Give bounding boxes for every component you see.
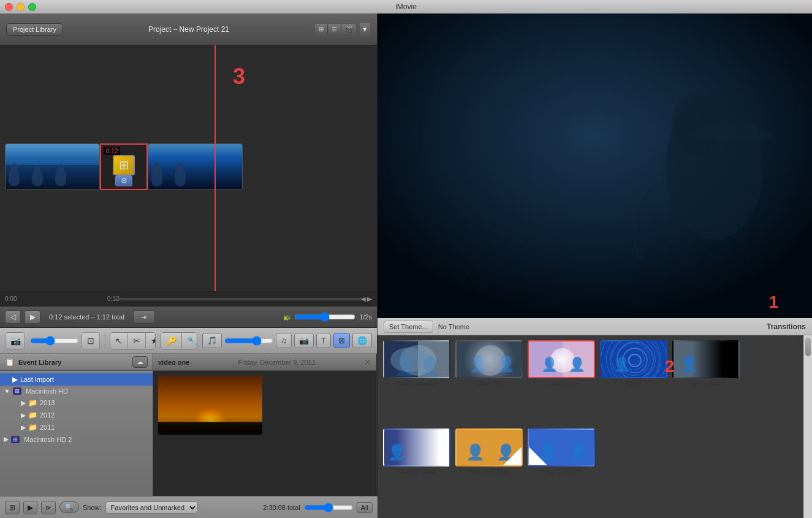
project-title: Project – New Project 21 xyxy=(148,25,229,34)
maps-button[interactable]: 🌐 xyxy=(352,333,372,348)
transition-thumb-cross-zoom: 👤 👤 xyxy=(528,340,595,378)
favorite-tool[interactable]: ★ xyxy=(146,333,155,349)
play-button[interactable]: ▶ xyxy=(25,310,40,324)
svg-point-25 xyxy=(617,342,653,378)
cross-dissolve-svg: 👤 👤 xyxy=(384,341,450,378)
color-tool[interactable]: 🔧 xyxy=(182,333,198,349)
all-button[interactable]: All xyxy=(357,502,373,513)
view-toggle-group[interactable]: ⊞ ☰ 🎬 xyxy=(314,23,357,35)
speed-range[interactable] xyxy=(304,503,353,512)
tree-item-2012[interactable]: ▶ 📁 2012 xyxy=(0,409,153,421)
speed-slider[interactable] xyxy=(294,312,355,322)
film-view-button[interactable]: 🎬 xyxy=(341,24,356,34)
left-panel: Project Library Project – New Project 21… xyxy=(0,13,378,518)
transition-label-fade-black: Fade to Black xyxy=(687,380,724,387)
thumbnail-size-slider[interactable] xyxy=(30,336,79,346)
event-video-header: video one Friday, December 9, 2011 ✕ xyxy=(153,354,376,371)
skip-button[interactable]: ⊳ xyxy=(41,501,56,514)
thumbnail-view-button[interactable]: ⊡ xyxy=(82,332,100,349)
rewind-button[interactable]: ◁ xyxy=(5,310,21,324)
transition-item-ripple[interactable]: 👤 Ripple xyxy=(599,340,668,425)
timecode-bar: 0:00 0:12 ◀ ▶ xyxy=(0,291,377,306)
event-video-thumbnail[interactable] xyxy=(158,376,262,435)
keyword-tool[interactable]: 🔑 xyxy=(161,333,182,349)
header-dropdown-button[interactable]: ▾ xyxy=(359,22,371,36)
maximize-button[interactable] xyxy=(28,3,36,11)
transitions-grid: 👤 👤 Cross Dissolve 👤 👤 xyxy=(378,335,803,518)
svg-text:👤: 👤 xyxy=(469,354,488,373)
show-select[interactable]: Favorites and Unmarked xyxy=(105,501,198,514)
arrow-left[interactable]: ◀ xyxy=(361,295,366,302)
transitions-button[interactable]: ⊠ xyxy=(333,333,350,348)
transition-thumb-page-curl-right: 👤 👤 xyxy=(455,428,523,467)
transition-item-fade-black[interactable]: 👤 Fade to Black xyxy=(672,340,740,425)
tree-label-macintosh-hd: Macintosh HD xyxy=(26,387,68,395)
clip-1[interactable] xyxy=(5,143,100,190)
svg-text:👤: 👤 xyxy=(569,356,586,373)
audio-slider[interactable] xyxy=(224,336,273,346)
arrow-right[interactable]: ▶ xyxy=(367,295,372,302)
transition-thumb-cross-dissolve: 👤 👤 xyxy=(383,340,450,378)
toolbar: 📷 ↩ ⊡ ↖ ✂ ★ ☆ ✕ 🔑 🔧 ⊞ ℹ 🎵 ♫ xyxy=(0,328,377,354)
transition-item-page-curl-left[interactable]: 👤 👤 Page Curl Left xyxy=(527,428,596,513)
add-clip-button[interactable]: ⊞ xyxy=(5,501,20,514)
audio-waveform-button[interactable]: 🎵 xyxy=(202,333,222,348)
set-theme-button[interactable]: Set Theme... xyxy=(384,321,433,333)
cross-zoom-svg: 👤 👤 xyxy=(529,341,595,378)
play-fullscreen-button[interactable]: ▶ xyxy=(23,501,37,514)
transition-item-page-curl-right[interactable]: 👤 👤 Page Curl Right xyxy=(455,428,523,513)
right-toolbar: 🎵 ♫ 📷 T ⊠ 🌐 xyxy=(202,333,372,348)
fast-forward-button[interactable]: ⇥ xyxy=(133,310,155,324)
preview-area xyxy=(378,13,812,318)
edit-tools[interactable]: ↖ ✂ ★ ☆ ✕ xyxy=(110,332,155,349)
clip-2[interactable] xyxy=(148,143,243,190)
camera-button[interactable]: 📷 xyxy=(6,333,25,349)
transition-item-cross-zoom[interactable]: 👤 👤 Cross Zoom xyxy=(527,340,596,425)
music-button[interactable]: ♫ xyxy=(276,333,292,348)
preview-svg xyxy=(378,13,812,318)
window-title: iMovie xyxy=(395,2,417,11)
transition-block[interactable]: 0:12 ⊞ ⚙ xyxy=(100,143,148,190)
svg-text:👤: 👤 xyxy=(538,443,558,462)
icloud-button[interactable]: ☁ xyxy=(132,356,148,368)
tree-item-2013[interactable]: ▶ 📁 2013 xyxy=(0,397,153,409)
window-controls[interactable] xyxy=(5,3,36,11)
transition-item-cross-dissolve[interactable]: 👤 👤 Cross Dissolve xyxy=(382,340,451,425)
source-toggle[interactable]: 📷 ↩ xyxy=(5,332,25,349)
select-tool[interactable]: ↖ xyxy=(110,333,128,349)
tree-label-2011: 2011 xyxy=(40,424,55,431)
tree-item-macintosh-hd2[interactable]: ▶ ⊞ Macintosh HD 2 xyxy=(0,433,153,445)
search-button[interactable]: 🔍 xyxy=(59,501,79,513)
timeline-scrubber[interactable] xyxy=(113,298,373,300)
tree-label-last-import: Last Import xyxy=(20,376,54,383)
transition-label-ripple: Ripple xyxy=(625,380,642,387)
list-view-button[interactable]: ☰ xyxy=(328,24,341,34)
svg-point-26 xyxy=(610,341,659,378)
action-tools[interactable]: 🔑 🔧 ⊞ ℹ xyxy=(161,332,198,349)
tree-item-2011[interactable]: ▶ 📁 2011 xyxy=(0,421,153,433)
tree-item-macintosh-hd[interactable]: ▼ ⊞ Macintosh HD xyxy=(0,386,153,397)
event-library-title: Event Library xyxy=(18,359,61,366)
trim-tool[interactable]: ✂ xyxy=(128,333,146,349)
grid-view-button[interactable]: ⊞ xyxy=(315,24,328,34)
close-button[interactable] xyxy=(5,3,13,11)
bottom-controls-bar: ⊞ ▶ ⊳ 🔍 Show: Favorites and Unmarked 2:3… xyxy=(0,496,378,518)
timeline-area[interactable]: 3 0:12 ⊞ xyxy=(0,45,377,291)
project-library-button[interactable]: Project Library xyxy=(6,23,63,36)
folder-icon-2011: 📁 xyxy=(28,423,37,432)
event-video-close-button[interactable]: ✕ xyxy=(364,357,371,367)
timeline-arrows[interactable]: ◀ ▶ xyxy=(361,295,372,302)
svg-text:👤: 👤 xyxy=(387,443,407,462)
title-button[interactable]: T xyxy=(316,333,331,348)
tree-item-last-import[interactable]: ▶ Last Import xyxy=(0,373,153,386)
minimize-button[interactable] xyxy=(17,3,25,11)
transitions-scrollbar[interactable] xyxy=(803,335,812,518)
svg-point-23 xyxy=(629,354,641,367)
transition-item-cross-blur[interactable]: 👤 👤 Cross Blur xyxy=(455,340,523,425)
transition-settings-btn[interactable]: ⚙ xyxy=(115,175,132,186)
scrollbar-thumb[interactable] xyxy=(805,338,811,356)
svg-text:👤: 👤 xyxy=(418,355,441,377)
photo-button[interactable]: 📷 xyxy=(294,333,314,348)
transition-item-fade-white[interactable]: 👤 Fade to White xyxy=(382,428,451,513)
timecode-start: 0:00 xyxy=(5,295,17,302)
